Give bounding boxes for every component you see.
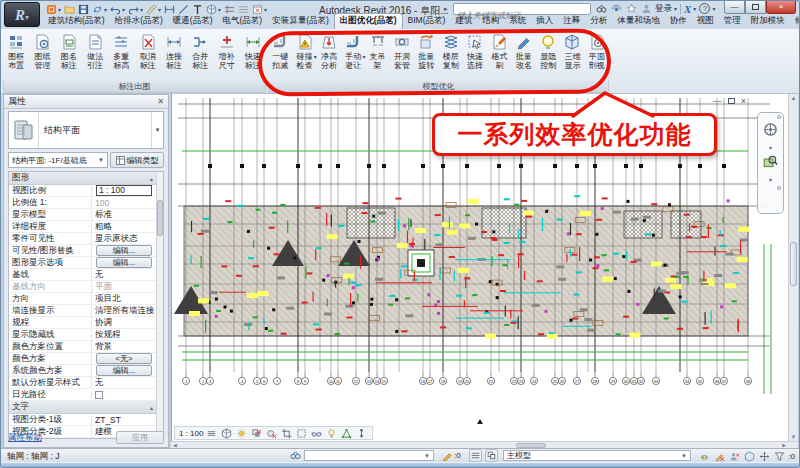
signin-label[interactable]: 登录 (655, 3, 672, 15)
property-value[interactable]: 清理所有墙连接 (91, 305, 156, 317)
crop-view-icon[interactable] (280, 427, 293, 440)
drag-selection-icon[interactable] (758, 450, 771, 463)
ribbon-tab-8[interactable]: 建筑 (450, 14, 477, 29)
ribbon-tab-12[interactable]: 注释 (558, 14, 585, 29)
ribbon-tab-4[interactable]: 电气(品茗) (218, 14, 268, 29)
connect-tag-button[interactable]: 连接标注 (161, 30, 187, 81)
properties-close-icon[interactable]: ✕ (157, 97, 164, 106)
dropdown-arrow-icon[interactable]: ▾ (693, 5, 696, 12)
ribbon-tab-10[interactable]: 系统 (504, 14, 531, 29)
three-d-display-button[interactable]: 三维显示 (560, 30, 584, 81)
dropdown-arrow-icon[interactable]: ▾ (712, 5, 715, 12)
application-menu-button[interactable]: R▾ (4, 2, 40, 27)
close-button[interactable]: × (766, 1, 796, 14)
cancel-tag-button[interactable]: 取消标注 (134, 30, 160, 81)
ribbon-tab-6[interactable]: 出图优化(品茗) (334, 13, 403, 29)
property-value[interactable]: 项目北 (91, 293, 156, 305)
exchange-apps-icon[interactable]: X (684, 3, 691, 15)
ribbon-tab-17[interactable]: 管理 (719, 14, 746, 29)
edit-type-button[interactable]: 编辑类型 (110, 152, 164, 168)
ribbon-tab-5[interactable]: 安装算量(品茗) (267, 14, 334, 29)
quick-tag-button[interactable]: 快速标注 (240, 30, 266, 81)
multi-level-button[interactable]: 多重标高 (108, 30, 134, 81)
apply-button[interactable]: 应用 (116, 431, 164, 444)
favorites-star-icon[interactable] (625, 3, 637, 15)
sleeve-opening-button[interactable]: 开洞套管 (390, 30, 414, 81)
ribbon-tab-18[interactable]: 附加模块 (746, 14, 790, 29)
zoom-dropdown-icon[interactable]: ▾ (769, 176, 772, 183)
active-workset-icon[interactable] (289, 449, 302, 462)
property-value[interactable]: 无 (91, 269, 156, 281)
minimize-button[interactable]: — (724, 1, 745, 14)
reveal-hidden-icon[interactable] (325, 427, 338, 440)
temporary-hide-icon[interactable] (310, 427, 323, 440)
floor-copy-button[interactable]: 楼层复制 (439, 30, 463, 81)
help-icon[interactable]: ? (699, 3, 710, 14)
merge-tag-button[interactable]: 合并标注 (187, 30, 213, 81)
property-value[interactable]: 100 (91, 198, 156, 208)
property-value-input[interactable]: 1 : 100 (96, 185, 152, 196)
ribbon-tab-15[interactable]: 协作 (665, 14, 692, 29)
property-value[interactable]: 按规程 (91, 329, 156, 341)
ribbon-tab-11[interactable]: 插入 (531, 14, 558, 29)
vertical-scrollbar[interactable]: ▲ ▼ (788, 94, 798, 441)
property-checkbox[interactable] (95, 391, 103, 399)
clash-check-button[interactable]: 碰撞检查▾ (292, 30, 316, 81)
dropdown-arrow-icon[interactable]: ▾ (58, 6, 61, 13)
collapse-icon[interactable]: ▴ (150, 175, 153, 182)
ribbon-tab-9[interactable]: 结构 (477, 14, 504, 29)
dropdown-arrow-icon[interactable]: ▾ (140, 6, 143, 13)
property-value[interactable]: 协调 (91, 317, 156, 329)
ribbon-tab-7[interactable]: BIM(品茗) (403, 14, 451, 29)
view-scale-label[interactable]: 1 : 100 (179, 429, 203, 438)
instance-selector[interactable]: 结构平面: -1F/基础底▼ (8, 152, 108, 168)
scroll-down-icon[interactable]: ▼ (789, 434, 798, 440)
shadows-off-icon[interactable] (250, 427, 263, 440)
editing-requests-icon[interactable] (441, 449, 454, 462)
ribbon-tab-13[interactable]: 分析 (585, 14, 612, 29)
sun-path-icon[interactable] (235, 427, 248, 440)
property-value[interactable]: 无 (91, 377, 156, 389)
vertical-scroll-thumb[interactable] (790, 242, 797, 286)
workset-combo[interactable]: ▼ (304, 450, 434, 461)
constraints-icon[interactable] (355, 427, 368, 440)
property-value[interactable]: 粗略 (91, 221, 156, 233)
drawing-name-tag-button[interactable]: 图名标注 (56, 30, 82, 81)
property-edit-button[interactable]: 编辑... (96, 365, 152, 376)
properties-help-link[interactable]: 属性帮助 (8, 432, 42, 444)
manual-avoid-button[interactable]: 手动避让▾ (341, 30, 365, 81)
signin-person-icon[interactable] (640, 3, 652, 15)
property-value[interactable]: 显示原状态 (91, 233, 156, 245)
plan-section-button[interactable]: 平面剖视 (585, 30, 609, 81)
property-edit-button[interactable]: <无> (96, 353, 152, 364)
clear-height-button[interactable]: 净高分析 (317, 30, 341, 81)
ribbon-tab-16[interactable]: 视图 (692, 14, 719, 29)
sheet-manager-button[interactable]: 图纸管理 (29, 30, 55, 81)
batch-rename-button[interactable]: 批量改名 (512, 30, 536, 81)
property-value[interactable]: 标准 (91, 209, 156, 221)
select-pinned-icon[interactable] (728, 450, 741, 463)
dropdown-arrow-icon[interactable]: ▾ (122, 6, 125, 13)
visibility-control-button[interactable]: 显隐控制 (536, 30, 560, 81)
property-edit-button[interactable]: 编辑... (96, 245, 152, 256)
detail-level-icon[interactable] (205, 427, 218, 440)
crop-region-icon[interactable] (295, 427, 308, 440)
type-selector[interactable]: 结构平面 ▼ (8, 111, 164, 149)
rendering-icon[interactable] (265, 427, 278, 440)
visual-style-icon[interactable] (220, 427, 233, 440)
dropdown-arrow-icon[interactable]: ▾ (104, 6, 107, 13)
method-note-button[interactable]: 做法引注 (82, 30, 108, 81)
wheel-dropdown-icon[interactable]: ▾ (769, 144, 772, 151)
add-dimension-button[interactable]: 增补尺寸 (213, 30, 239, 81)
ribbon-tab-14[interactable]: 体量和场地 (612, 14, 665, 29)
restore-button[interactable] (745, 1, 766, 14)
frame-layout-button[interactable]: 图框布置 (3, 30, 29, 81)
property-value[interactable]: 背景 (91, 341, 156, 353)
design-option-combo[interactable]: 主模型▼ (503, 450, 691, 461)
horizontal-scrollbar[interactable]: ◀ ▶ (171, 441, 798, 448)
dropdown-arrow-icon[interactable]: ▾ (158, 6, 161, 13)
dropdown-arrow-icon[interactable]: ▾ (674, 5, 677, 12)
select-link-icon[interactable] (698, 450, 711, 463)
analytical-model-icon[interactable] (340, 427, 353, 440)
collapse-icon[interactable]: ▴ (150, 404, 153, 411)
